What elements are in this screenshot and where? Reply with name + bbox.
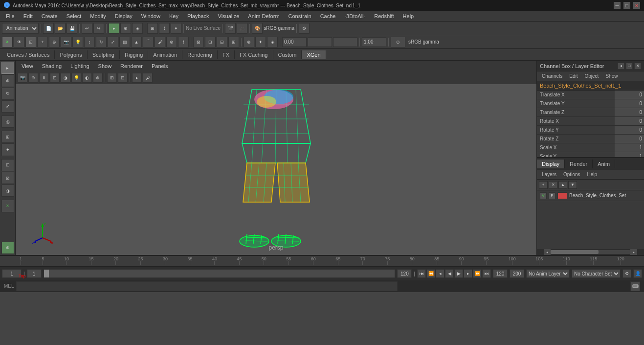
attr-scale-y-value[interactable]: 1 bbox=[615, 152, 644, 157]
vp-pause-button[interactable]: ⏸ bbox=[39, 73, 49, 83]
close-button[interactable]: ✕ bbox=[633, 2, 640, 9]
polygon-button[interactable]: ▲ bbox=[131, 37, 142, 47]
vp-light-button[interactable]: 💡 bbox=[71, 73, 81, 83]
xform2-button[interactable]: ✦ bbox=[255, 37, 266, 47]
tab-xgen[interactable]: XGen bbox=[302, 50, 326, 59]
vp-ao-button[interactable]: ⊛ bbox=[93, 73, 103, 83]
rotate-mode-button[interactable]: ↻ bbox=[1, 88, 14, 100]
rb-tab-display[interactable]: Display bbox=[537, 160, 565, 168]
timeline-scrub-handle[interactable] bbox=[44, 270, 49, 277]
xgen-icon-button[interactable]: X bbox=[2, 37, 13, 47]
soft-select-button[interactable]: ◎ bbox=[1, 115, 14, 128]
menu-display[interactable]: Display bbox=[111, 12, 136, 20]
vp-menu-panels[interactable]: Panels bbox=[148, 62, 172, 70]
vp-menu-view[interactable]: View bbox=[18, 62, 37, 70]
rb-scroll-left[interactable]: ◂ bbox=[544, 249, 551, 255]
animation-preset-dropdown[interactable]: Animation bbox=[2, 23, 39, 34]
snap-vp2-button[interactable]: ⊡ bbox=[205, 37, 216, 47]
tab-rigging[interactable]: Rigging bbox=[120, 50, 148, 59]
vp-menu-renderer[interactable]: Renderer bbox=[116, 62, 147, 70]
rb-delete-layer-button[interactable]: ✕ bbox=[549, 181, 557, 189]
menu-select[interactable]: Select bbox=[63, 12, 86, 20]
attr-rotate-z-value[interactable]: 0 bbox=[615, 135, 644, 143]
ipr-render-button[interactable]: 🎥 bbox=[237, 23, 247, 34]
script-editor-button[interactable]: ⌨ bbox=[630, 281, 640, 291]
cb-menu-show[interactable]: Show bbox=[602, 73, 621, 79]
titlebar-controls[interactable]: ─ □ ✕ bbox=[614, 2, 640, 9]
cb-close-button[interactable]: ✕ bbox=[634, 63, 641, 69]
menu-help[interactable]: Help bbox=[399, 12, 418, 20]
camera-button[interactable]: 📷 bbox=[61, 37, 71, 47]
layers-button[interactable]: ▤ bbox=[119, 37, 130, 47]
xgen-lt-button[interactable]: X bbox=[1, 200, 14, 212]
vp-smooth-button[interactable]: ◑ bbox=[61, 73, 70, 83]
tab-sculpting[interactable]: Sculpting bbox=[88, 50, 120, 59]
settings-button[interactable]: ⚙ bbox=[299, 23, 310, 34]
deform-button[interactable]: ⌇ bbox=[178, 37, 189, 47]
menu-redshift[interactable]: Redshift bbox=[370, 12, 398, 20]
rb-move-down-button[interactable]: ▼ bbox=[568, 181, 577, 189]
target-button[interactable]: ⊕ bbox=[49, 37, 60, 47]
add-button[interactable]: + bbox=[37, 37, 48, 47]
undo-button[interactable]: ↩ bbox=[82, 23, 92, 34]
attr-rotate-y-value[interactable]: 0 bbox=[615, 126, 644, 134]
layer-name[interactable]: Beach_Style_Clothes_Set bbox=[569, 193, 641, 198]
vp-shadow-button[interactable]: ◐ bbox=[82, 73, 92, 83]
rb-scroll-thumb[interactable] bbox=[551, 250, 599, 254]
attr-translate-z-value[interactable]: 0 bbox=[615, 108, 644, 116]
select-tool-button[interactable]: ▸ bbox=[109, 23, 119, 34]
new-file-button[interactable]: 📄 bbox=[43, 23, 54, 34]
minimize-button[interactable]: ─ bbox=[614, 2, 621, 9]
menu-cache[interactable]: Cache bbox=[316, 12, 340, 20]
save-file-button[interactable]: 💾 bbox=[67, 23, 77, 34]
tab-fx-caching[interactable]: FX Caching bbox=[235, 50, 273, 59]
shaded-lt-button[interactable]: ◑ bbox=[1, 184, 14, 197]
rb-menu-help[interactable]: Help bbox=[584, 171, 600, 178]
attr-scale-x-value[interactable]: 1 bbox=[615, 143, 644, 152]
rotate-button[interactable]: ↻ bbox=[96, 37, 107, 47]
attr-rotate-x-value[interactable]: 0 bbox=[615, 117, 644, 125]
curves-button[interactable]: ⌒ bbox=[143, 37, 154, 47]
rb-menu-layers[interactable]: Layers bbox=[539, 171, 559, 178]
next-frame-button[interactable]: ▸ bbox=[464, 269, 472, 278]
cb-menu-object[interactable]: Object bbox=[582, 73, 602, 79]
range-start-input[interactable] bbox=[27, 269, 42, 278]
vp-select-button[interactable]: ▸ bbox=[132, 73, 142, 83]
lasso-select-button[interactable]: ⊕ bbox=[120, 23, 131, 34]
light-button[interactable]: 💡 bbox=[72, 37, 83, 47]
snap-grid-button[interactable]: ⊞ bbox=[147, 23, 158, 34]
goto-end-button[interactable]: ⏭ bbox=[482, 269, 491, 278]
color-management-button[interactable]: 🎨 bbox=[252, 23, 263, 34]
menu-playback[interactable]: Playback bbox=[183, 12, 213, 20]
layer-playback-toggle[interactable]: P bbox=[549, 192, 555, 199]
goto-start-button[interactable]: ⏮ bbox=[417, 269, 426, 278]
rb-scroll-right[interactable]: ▸ bbox=[630, 249, 637, 255]
vp-menu-shading[interactable]: Shading bbox=[38, 62, 66, 70]
paint-select-button[interactable]: ◈ bbox=[132, 23, 143, 34]
menu-modify[interactable]: Modify bbox=[86, 12, 110, 20]
tool3-button[interactable]: ⊛ bbox=[166, 37, 177, 47]
rb-scroll-track[interactable] bbox=[551, 250, 630, 254]
layer-color-swatch[interactable] bbox=[557, 192, 567, 199]
rb-tab-anim[interactable]: Anim bbox=[593, 160, 615, 168]
display-lt-button[interactable]: ⊡ bbox=[1, 159, 14, 171]
vp-menu-show[interactable]: Show bbox=[94, 62, 116, 70]
offset-z-input[interactable] bbox=[333, 37, 357, 47]
character-settings-button[interactable]: 👤 bbox=[633, 269, 642, 278]
tab-custom[interactable]: Custom bbox=[273, 50, 302, 59]
scale-mode-button[interactable]: ⤢ bbox=[1, 100, 14, 113]
attr-translate-x-value[interactable]: 0 bbox=[615, 91, 644, 99]
vp-waypoint-button[interactable]: ⊕ bbox=[28, 73, 38, 83]
menu-file[interactable]: File bbox=[2, 12, 19, 20]
cb-menu-channels[interactable]: Channels bbox=[539, 73, 565, 79]
paint-button[interactable]: 🖌 bbox=[155, 37, 165, 47]
tab-rendering[interactable]: Rendering bbox=[182, 50, 218, 59]
layer-visibility-toggle[interactable]: V bbox=[540, 192, 547, 199]
snap-point-button[interactable]: ✦ bbox=[171, 23, 181, 34]
vp-menu-lighting[interactable]: Lighting bbox=[67, 62, 93, 70]
panel-button[interactable]: ⊟ bbox=[217, 37, 227, 47]
tab-curves-surfaces[interactable]: Curves / Surfaces bbox=[2, 50, 55, 59]
cb-expand-button[interactable]: ◂ bbox=[618, 63, 624, 69]
menu-constrain[interactable]: Constrain bbox=[285, 12, 315, 20]
offset-x-input[interactable] bbox=[282, 37, 307, 47]
